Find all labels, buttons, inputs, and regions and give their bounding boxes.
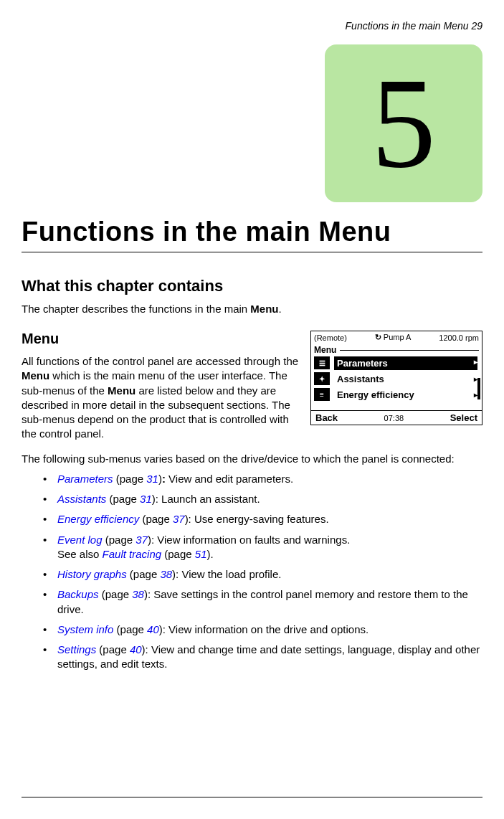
intro-suffix: . (279, 303, 282, 315)
menu-body-d: Menu (108, 384, 135, 397)
page-ref[interactable]: 40 (130, 643, 142, 655)
list-item: Energy efficiency (page 37): Use energy-… (43, 512, 482, 526)
link-history-graphs[interactable]: History graphs (57, 568, 127, 580)
item-text: View and edit parameters. (166, 473, 293, 485)
page-ref[interactable]: 31 (146, 473, 158, 485)
link-settings[interactable]: Settings (57, 643, 96, 655)
panel-menu-rule (340, 350, 479, 351)
page-ref[interactable]: 37 (173, 513, 185, 525)
page-ref[interactable]: 51 (195, 548, 207, 560)
assistants-icon: ✦ (314, 372, 330, 385)
item-text: ): View the load profile. (172, 568, 281, 580)
item-text: ): View information on faults and warnin… (148, 534, 350, 546)
panel-item-label: Assistants (337, 374, 384, 384)
panel-item-energy[interactable]: ≡ Energy efficiency ▸ (311, 387, 482, 402)
intro-bold: Menu (250, 303, 278, 315)
item-text: ): Launch an assistant. (152, 493, 260, 505)
link-fault-tracing[interactable]: Fault tracing (103, 548, 162, 560)
list-item: Assistants (page 31): Launch an assistan… (43, 492, 482, 506)
list-item: Parameters (page 31): View and edit para… (43, 472, 482, 486)
link-parameters[interactable]: Parameters (57, 473, 113, 485)
item-text: ): View information on the drive and opt… (159, 623, 369, 635)
page-ref[interactable]: 37 (135, 534, 148, 546)
page-header: Functions in the main Menu 29 (22, 20, 482, 32)
menu-body: All functions of the control panel are a… (22, 354, 299, 442)
page-ref[interactable]: 38 (160, 568, 172, 580)
page-ref[interactable]: 31 (140, 493, 152, 505)
submenu-list: Parameters (page 31): View and edit para… (22, 472, 482, 672)
cycle-icon: ↻ (375, 333, 381, 342)
list-item: Event log (page 37): View information on… (43, 533, 482, 562)
running-head: Functions in the main Menu 29 (346, 20, 482, 32)
panel-softkey-bar: Back 07:38 Select (311, 410, 482, 425)
panel-menu-header: Menu (311, 344, 482, 355)
list-item: System info (page 40): View information … (43, 622, 482, 637)
list-item: Settings (page 40): View and change time… (43, 643, 482, 672)
link-backups[interactable]: Backups (57, 588, 99, 600)
panel-scrollbar-thumb (477, 378, 480, 399)
item-text: ): Use energy-saving features. (185, 513, 329, 525)
submenu-intro: The following sub-menus varies based on … (22, 452, 482, 466)
menu-body-a: All functions of the control panel are a… (22, 355, 298, 367)
energy-icon: ≡ (314, 388, 330, 401)
panel-scrollbar[interactable] (477, 378, 480, 387)
item-text: ): Save settings in the control panel me… (57, 588, 468, 615)
list-item: Backups (page 38): Save settings in the … (43, 587, 482, 617)
menu-heading: Menu (22, 331, 299, 347)
list-item: History graphs (page 38): View the load … (43, 567, 482, 582)
panel-drive-name: ↻ Pump A (375, 333, 412, 342)
link-energy-efficiency[interactable]: Energy efficiency (57, 513, 139, 525)
link-assistants[interactable]: Assistants (57, 493, 106, 505)
section-intro: The chapter describes the functions in t… (22, 303, 482, 315)
chapter-badge: 5 (325, 44, 482, 202)
title-rule (22, 252, 482, 252)
see-also-prefix: See also (57, 548, 103, 560)
control-panel-screenshot: (Remote) ↻ Pump A 1200.0 rpm Menu ☰ Para… (310, 331, 482, 425)
intro-prefix: The chapter describes the functions in t… (22, 303, 250, 315)
panel-remote-label: (Remote) (314, 333, 347, 342)
item-text: ): View and change time and date setting… (57, 643, 480, 670)
panel-items: ☰ Parameters▸ ✦ Assistants ▸ ≡ Energy ef… (311, 355, 482, 402)
panel-item-label: Parameters (337, 358, 388, 369)
footer-rule (22, 797, 482, 797)
chevron-right-icon: ▸ (474, 358, 477, 366)
panel-status-bar: (Remote) ↻ Pump A 1200.0 rpm (311, 331, 482, 344)
see-also-suffix: ). (206, 548, 213, 560)
menu-body-b: Menu (22, 369, 49, 382)
panel-item-label: Energy efficiency (337, 389, 414, 400)
chapter-number: 5 (371, 59, 436, 188)
page-ref[interactable]: 40 (147, 623, 159, 635)
chapter-title: Functions in the main Menu (22, 217, 482, 247)
section-title: What this chapter contains (22, 277, 482, 295)
panel-item-parameters[interactable]: ☰ Parameters▸ (311, 355, 482, 371)
panel-rpm: 1200.0 rpm (439, 333, 479, 342)
link-system-info[interactable]: System info (57, 623, 113, 635)
panel-back-button[interactable]: Back (315, 412, 338, 423)
parameters-icon: ☰ (314, 356, 330, 369)
panel-time: 07:38 (384, 414, 404, 422)
page-ref[interactable]: 38 (132, 588, 144, 600)
link-event-log[interactable]: Event log (57, 534, 103, 546)
panel-select-button[interactable]: Select (450, 412, 477, 423)
panel-item-assistants[interactable]: ✦ Assistants ▸ (311, 371, 482, 387)
